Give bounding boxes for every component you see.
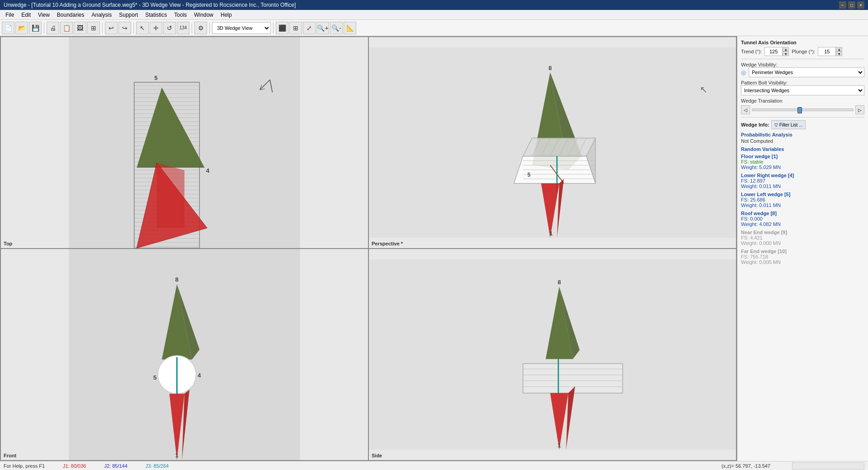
open-button[interactable]: 📂 [15,22,28,34]
j1-label: J1: 80/036 [63,463,86,469]
slider-left-btn[interactable]: ◁ [741,105,750,114]
wedge-entry-4[interactable]: Near End wedge [9] FS: 4.421 Weight: 0.0… [741,230,864,246]
svg-text:8: 8 [557,279,561,286]
wedge-entry-5[interactable]: Far End wedge [10] FS: 755.718 Weight: 0… [741,249,864,265]
wedge-visibility-icon: ◎ [741,69,746,76]
svg-text:1: 1 [549,230,552,237]
wedge-entry-0[interactable]: Floor wedge [1] FS: stable Weight: 5.029… [741,154,864,170]
filter-icon: ▽ [774,122,778,127]
trend-input[interactable]: 125 [764,47,783,56]
pointer-button[interactable]: ✛ [150,22,162,34]
slider-right-btn[interactable]: ▷ [855,105,864,114]
viewport-perspective-label: Perspective * [372,241,403,246]
right-panel: Tunnel Axis Orientation Trend (°): 125 ▲… [737,36,868,461]
select-button[interactable]: ↖ [136,22,149,34]
zoom-extent-button[interactable]: ⤢ [303,22,316,34]
viewport-perspective[interactable]: 8 [368,37,736,249]
slider-thumb[interactable] [797,107,802,113]
menu-analysis[interactable]: Analysis [88,11,116,19]
wedge-fs-5: FS: 755.718 [741,254,864,259]
toolbar-sep-6 [273,23,274,33]
zoom-in-button[interactable]: 🔍+ [316,22,329,34]
trend-up-btn[interactable]: ▲ [783,47,789,52]
view-btn-2[interactable]: ⊞ [289,22,302,34]
screenshot-button[interactable]: 🖼 [74,22,86,34]
new-button[interactable]: 📄 [2,22,14,34]
menu-file[interactable]: File [2,11,18,19]
wedge-translation-slider-row: ◁ ▷ [741,105,864,114]
svg-text:5: 5 [154,75,158,81]
menubar: File Edit View Boundaries Analysis Suppo… [0,10,868,20]
undo-button[interactable]: ↩ [105,22,118,34]
wedge-fs-1: FS: 12.897 [741,178,864,183]
minimize-button[interactable]: − [839,1,846,9]
viewport-front-label: Front [4,453,16,458]
main-layout: 5 4 Top 8 [0,36,868,461]
svg-marker-5 [157,163,184,228]
count-button[interactable]: 134 [177,22,189,34]
wedge-weight-4: Weight: 0.000 MN [741,240,864,246]
wedge-name-2: Lower Left wedge [5] [741,192,864,197]
trend-down-btn[interactable]: ▼ [783,52,789,56]
export-button[interactable]: 📋 [60,22,73,34]
rotate-button[interactable]: ↺ [163,22,176,34]
trend-spinbox-btns[interactable]: ▲ ▼ [783,47,789,56]
window-controls[interactable]: − □ × [839,1,864,9]
measure-button[interactable]: 📐 [344,22,356,34]
plunge-up-btn[interactable]: ▲ [836,47,842,52]
analysis-title: Probabilistic Analysis [741,132,864,137]
toolbar-sep-4 [192,23,192,33]
view-btn-1[interactable]: ⬛ [276,22,288,34]
close-button[interactable]: × [857,1,864,9]
menu-view[interactable]: View [34,11,53,19]
menu-edit[interactable]: Edit [18,11,34,19]
plunge-spinbox-btns[interactable]: ▲ ▼ [836,47,842,56]
view-select[interactable]: 3D Wedge View [212,22,271,34]
coord-display-box [792,462,864,470]
wedge-visibility-select[interactable]: Perimeter Wedges All Wedges Selected Wed… [749,67,864,77]
wedge-entry-1[interactable]: Lower Right wedge [4] FS: 12.897 Weight:… [741,173,864,189]
wedge-name-3: Roof wedge [8] [741,211,864,216]
wedge-weight-2: Weight: 0.011 MN [741,202,864,208]
compute-button[interactable]: ⚙ [194,22,207,34]
save-button[interactable]: 💾 [29,22,42,34]
wedge-fs-4: FS: 4.421 [741,235,864,240]
wedge-weight-1: Weight: 0.011 MN [741,183,864,189]
svg-text:4: 4 [198,372,201,379]
sep-2 [741,117,864,118]
plunge-down-btn[interactable]: ▼ [836,52,842,56]
menu-support[interactable]: Support [115,11,142,19]
plunge-label: Plunge (°): [792,49,815,54]
tunnel-axis-title: Tunnel Axis Orientation [741,40,864,45]
slider-track[interactable] [752,108,854,111]
wedge-entry-3[interactable]: Roof wedge [8] FS: 0.000 Weight: 4.082 M… [741,211,864,227]
filter-list-button[interactable]: ▽ Filter List ... [771,120,806,129]
viewport-front[interactable]: 8 4 5 1 Front [0,249,368,461]
viewport-top[interactable]: 5 4 Top [0,37,368,249]
svg-text:1: 1 [557,442,561,449]
redo-button[interactable]: ↪ [118,22,131,34]
pattern-bolt-select[interactable]: Intersecting Wedges All Wedges None [741,85,864,95]
wedge-weight-0: Weight: 5.029 MN [741,164,864,170]
print-button[interactable]: 🖨 [47,22,59,34]
titlebar: Unwedge - [Tutorial 10 Adding a Ground S… [0,0,868,10]
zoom-out-button[interactable]: 🔍- [330,22,343,34]
menu-boundaries[interactable]: Boundaries [53,11,88,19]
maximize-button[interactable]: □ [848,1,855,9]
random-vars-title: Random Variables [741,146,864,152]
menu-window[interactable]: Window [190,11,217,19]
menu-tools[interactable]: Tools [170,11,190,19]
plunge-spinbox[interactable]: 15 ▲ ▼ [818,47,842,56]
viewport-side[interactable]: 8 1 Side [368,249,736,461]
menu-help[interactable]: Help [217,11,236,19]
help-text: For Help, press F1 [4,463,45,469]
wedge-entry-2[interactable]: Lower Left wedge [5] FS: 25.686 Weight: … [741,192,864,208]
menu-statistics[interactable]: Statistics [142,11,170,19]
trend-spinbox[interactable]: 125 ▲ ▼ [764,47,789,56]
layout-button[interactable]: ⊞ [87,22,100,34]
viewport-area: 5 4 Top 8 [0,36,737,461]
wedge-info-header: Wedge Info: ▽ Filter List ... [741,120,864,129]
svg-text:1: 1 [175,452,179,459]
viewport-top-label: Top [4,241,12,246]
plunge-input[interactable]: 15 [818,47,836,56]
